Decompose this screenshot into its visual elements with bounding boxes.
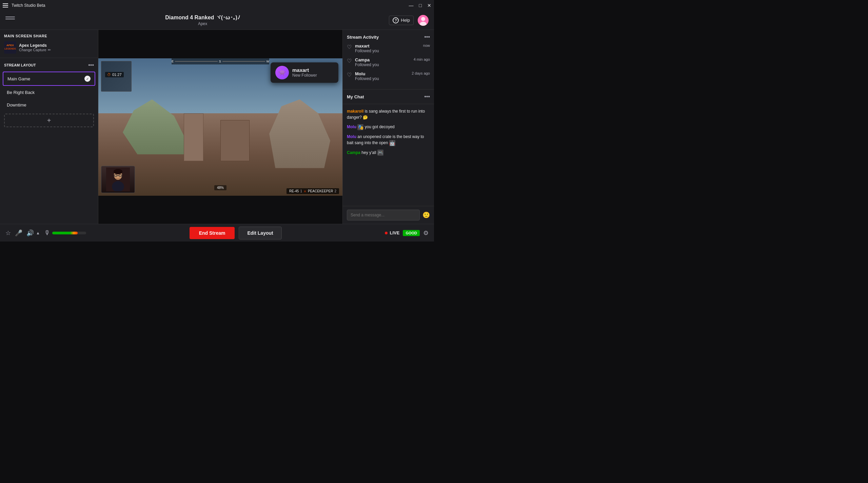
- chat-input[interactable]: [347, 210, 420, 220]
- achievements-icon[interactable]: ☆: [5, 229, 11, 237]
- activity-item-0: ♡ maxart Followed you now: [347, 43, 430, 53]
- bottom-center-controls: End Stream Edit Layout: [190, 227, 282, 239]
- audio-level-fill: [52, 232, 78, 234]
- speaker-caret[interactable]: ▲: [36, 231, 40, 235]
- heart-icon-2: ♡: [347, 72, 352, 78]
- layout-panel-toggle[interactable]: [5, 17, 15, 24]
- hud-bottom-right: RE-45 1 ⚔ PEACEKEEPER 2: [287, 188, 339, 194]
- svg-point-1: [421, 17, 425, 21]
- layout-name-main-game: Main Game: [7, 76, 30, 81]
- sidebar-toggle-area: [5, 17, 16, 24]
- help-icon: ?: [393, 17, 399, 23]
- activity-username-2: Molu: [355, 71, 379, 76]
- live-indicator: LIVE: [385, 230, 399, 235]
- stream-settings-button[interactable]: ⚙: [423, 229, 429, 237]
- chat-input-area: 🙂: [343, 206, 434, 224]
- layout-item-be-right-back[interactable]: Be Right Back: [3, 86, 95, 98]
- game-preview: ⏱ 01:27 E S W 👾 ma: [98, 58, 342, 196]
- stream-layout-header: Stream Layout •••: [0, 58, 98, 71]
- chat-user-makaroll: makaroll: [347, 109, 363, 114]
- layout-item-main-game[interactable]: Main Game ✓: [3, 72, 95, 86]
- stream-activity-options[interactable]: •••: [424, 34, 430, 40]
- active-check-icon: ✓: [84, 76, 91, 82]
- activity-username-1: Campa: [355, 57, 379, 62]
- chat-title: My Chat: [347, 94, 364, 99]
- chat-options[interactable]: •••: [424, 94, 430, 100]
- close-button[interactable]: ✕: [427, 3, 431, 8]
- stream-activity-title: Stream Activity: [347, 35, 379, 40]
- game-thumbnail: APEX LEGENDS: [4, 41, 16, 54]
- edit-icon: ✏: [48, 48, 51, 52]
- chat-message-1: Molu 🎭 you got decoyed: [347, 124, 430, 130]
- stream-quality-badge: GOOD: [403, 230, 420, 236]
- activity-info-2: Molu Followed you: [355, 71, 379, 81]
- speaker-icon[interactable]: 🔊: [26, 229, 34, 237]
- activity-action-1: Followed you: [355, 62, 379, 67]
- stream-layout-title: Stream Layout: [4, 63, 36, 67]
- stream-game: Apex: [165, 21, 240, 26]
- right-sidebar: Stream Activity ••• ♡ maxart Followed yo…: [342, 30, 434, 224]
- chat-emote-1: 🎭: [357, 124, 363, 130]
- add-layout-button[interactable]: +: [4, 114, 94, 127]
- mic-meter-icon[interactable]: 🎙: [44, 229, 50, 236]
- svg-point-8: [114, 169, 122, 174]
- bottom-right-status: LIVE GOOD ⚙: [385, 229, 429, 237]
- svg-text:APEX: APEX: [6, 44, 14, 47]
- notification-label: New Follower: [292, 73, 317, 78]
- activity-time-0: now: [423, 43, 430, 47]
- screen-share-title: Main Screen Share: [4, 34, 94, 38]
- minimize-button[interactable]: —: [409, 3, 414, 8]
- help-label: Help: [401, 18, 410, 23]
- chat-user-molu-1: Molu: [347, 124, 356, 129]
- activity-time-2: 2 days ago: [412, 71, 430, 75]
- edit-layout-button[interactable]: Edit Layout: [239, 227, 281, 239]
- screen-share-section: Main Screen Share APEX LEGENDS Apex Lege…: [0, 30, 98, 58]
- maximize-button[interactable]: □: [419, 3, 422, 8]
- activity-action-0: Followed you: [355, 49, 379, 53]
- layout-name-downtime: Downtime: [7, 102, 26, 108]
- svg-text:LEGENDS: LEGENDS: [4, 47, 16, 50]
- end-stream-button[interactable]: End Stream: [190, 227, 235, 239]
- chat-user-campa: Campa: [347, 150, 360, 155]
- title-bar: Twitch Studio Beta — □ ✕: [0, 0, 434, 11]
- activity-item-2: ♡ Molu Followed you 2 days ago: [347, 71, 430, 81]
- chat-text-1: you got decoyed: [365, 124, 395, 129]
- notification-avatar: 👾: [275, 66, 289, 79]
- webcam-video: [101, 166, 135, 193]
- activity-info-0: maxart Followed you: [355, 43, 379, 53]
- emoji-picker-button[interactable]: 🙂: [422, 211, 430, 219]
- heart-icon-0: ♡: [347, 44, 352, 50]
- chat-section: My Chat ••• makaroll is sang always the …: [343, 90, 434, 224]
- preview-container: ⏱ 01:27 E S W 👾 ma: [98, 58, 342, 196]
- activity-action-2: Followed you: [355, 76, 379, 81]
- stream-title: Diamond 4 Ranked ヾ(･ω･｡)ﾉ: [165, 14, 240, 21]
- activity-item-1: ♡ Campa Followed you 4 min ago: [347, 57, 430, 67]
- speaker-controls: 🔊 ▲: [26, 229, 40, 237]
- chat-emote-3: 🎮: [377, 150, 383, 156]
- activity-info-1: Campa Followed you: [355, 57, 379, 67]
- stream-activity-header: Stream Activity •••: [347, 34, 430, 40]
- user-avatar[interactable]: [418, 15, 429, 26]
- add-icon: +: [47, 117, 51, 124]
- window-controls: — □ ✕: [409, 3, 431, 8]
- microphone-icon[interactable]: 🎤: [15, 229, 22, 237]
- chat-user-molu-2: Molu: [347, 134, 356, 139]
- layout-item-downtime[interactable]: Downtime: [3, 99, 95, 111]
- heart-icon-1: ♡: [347, 58, 352, 64]
- stream-activity-section: Stream Activity ••• ♡ maxart Followed yo…: [343, 30, 434, 90]
- capture-info: Apex Legends Change Capture ✏: [19, 43, 51, 52]
- change-capture-button[interactable]: Change Capture ✏: [19, 48, 51, 52]
- hamburger-menu[interactable]: [3, 3, 8, 7]
- audio-meter-controls: 🎙: [44, 229, 86, 236]
- title-bar-left: Twitch Studio Beta: [3, 3, 45, 8]
- layout-options-button[interactable]: •••: [88, 62, 94, 68]
- live-label: LIVE: [390, 230, 399, 235]
- help-button[interactable]: ? Help: [389, 16, 414, 25]
- game-hud-overlay: ⏱ 01:27 E S W 👾 ma: [98, 58, 342, 196]
- notification-username: maxart: [292, 67, 317, 73]
- chat-message-3: Campa hey y'all 🎮: [347, 150, 430, 156]
- hud-timer: ⏱ 01:27: [105, 72, 124, 77]
- chat-text-2: an unopened crate is the best way to bai…: [347, 134, 424, 145]
- stream-preview: ⏱ 01:27 E S W 👾 ma: [98, 30, 342, 224]
- activity-username-0: maxart: [355, 43, 379, 49]
